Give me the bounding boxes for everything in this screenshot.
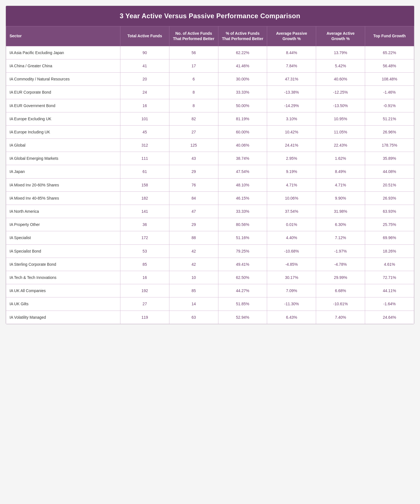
cell-sector: IA EUR Corporate Bond bbox=[6, 86, 120, 99]
cell-no-active-funds-better: 76 bbox=[169, 178, 218, 191]
cell-top-fund-growth: 18.26% bbox=[365, 244, 414, 258]
cell-sector: IA EUR Government Bond bbox=[6, 99, 120, 112]
cell-total-active-funds: 158 bbox=[120, 178, 169, 191]
cell-avg-passive-growth: -4.85% bbox=[267, 258, 316, 271]
col-header-pct-active-funds-better: % of Active Funds That Performed Better bbox=[218, 26, 267, 46]
cell-avg-passive-growth: 8.44% bbox=[267, 46, 316, 59]
cell-no-active-funds-better: 27 bbox=[169, 125, 218, 138]
cell-top-fund-growth: 35.89% bbox=[365, 152, 414, 165]
table-row: IA Global31212540.06%24.41%22.43%178.75% bbox=[6, 139, 414, 152]
table-title: 3 Year Active Versus Passive Performance… bbox=[6, 6, 414, 26]
cell-pct-active-funds-better: 52.94% bbox=[218, 311, 267, 324]
cell-top-fund-growth: -1.46% bbox=[365, 86, 414, 99]
table-row: IA Japan612947.54%9.19%8.49%44.08% bbox=[6, 165, 414, 178]
table-row: IA UK All Companies1928544.27%7.09%6.68%… bbox=[6, 284, 414, 297]
cell-sector: IA Tech & Tech Innovations bbox=[6, 271, 120, 284]
cell-pct-active-funds-better: 79.25% bbox=[218, 244, 267, 258]
table-row: IA Mixed Inv 40-85% Shares1828446.15%10.… bbox=[6, 191, 414, 205]
cell-sector: IA North America bbox=[6, 205, 120, 218]
cell-top-fund-growth: 63.93% bbox=[365, 205, 414, 218]
cell-total-active-funds: 85 bbox=[120, 258, 169, 271]
table-row: IA UK Gilts271451.85%-11.30%-10.61%-1.64… bbox=[6, 297, 414, 311]
cell-avg-active-growth: -1.97% bbox=[316, 244, 365, 258]
cell-top-fund-growth: 44.11% bbox=[365, 284, 414, 297]
cell-total-active-funds: 24 bbox=[120, 86, 169, 99]
cell-no-active-funds-better: 17 bbox=[169, 59, 218, 72]
cell-no-active-funds-better: 42 bbox=[169, 258, 218, 271]
cell-no-active-funds-better: 6 bbox=[169, 73, 218, 86]
cell-total-active-funds: 27 bbox=[120, 297, 169, 311]
cell-sector: IA UK Gilts bbox=[6, 297, 120, 311]
table-row: IA Asia Pacific Excluding Japan905662.22… bbox=[6, 46, 414, 59]
cell-avg-passive-growth: 7.84% bbox=[267, 59, 316, 72]
cell-top-fund-growth: 4.61% bbox=[365, 258, 414, 271]
cell-top-fund-growth: 72.71% bbox=[365, 271, 414, 284]
cell-no-active-funds-better: 14 bbox=[169, 297, 218, 311]
cell-avg-passive-growth: -13.38% bbox=[267, 86, 316, 99]
cell-no-active-funds-better: 8 bbox=[169, 99, 218, 112]
cell-no-active-funds-better: 43 bbox=[169, 152, 218, 165]
cell-pct-active-funds-better: 33.33% bbox=[218, 86, 267, 99]
cell-no-active-funds-better: 125 bbox=[169, 139, 218, 152]
cell-avg-active-growth: -10.61% bbox=[316, 297, 365, 311]
col-header-sector: Sector bbox=[6, 26, 120, 46]
cell-pct-active-funds-better: 30.00% bbox=[218, 73, 267, 86]
table-row: IA Mixed Inv 20-60% Shares1587648.10%4.7… bbox=[6, 178, 414, 191]
cell-avg-active-growth: 9.90% bbox=[316, 191, 365, 205]
comparison-table: Sector Total Active Funds No. of Active … bbox=[6, 26, 414, 324]
cell-avg-active-growth: 31.98% bbox=[316, 205, 365, 218]
cell-pct-active-funds-better: 40.06% bbox=[218, 139, 267, 152]
cell-top-fund-growth: 65.22% bbox=[365, 46, 414, 59]
cell-avg-passive-growth: 30.17% bbox=[267, 271, 316, 284]
cell-total-active-funds: 141 bbox=[120, 205, 169, 218]
cell-total-active-funds: 119 bbox=[120, 311, 169, 324]
cell-avg-active-growth: 8.49% bbox=[316, 165, 365, 178]
cell-top-fund-growth: 178.75% bbox=[365, 139, 414, 152]
cell-total-active-funds: 16 bbox=[120, 271, 169, 284]
cell-total-active-funds: 172 bbox=[120, 231, 169, 244]
cell-no-active-funds-better: 88 bbox=[169, 231, 218, 244]
table-header-row: Sector Total Active Funds No. of Active … bbox=[6, 26, 414, 46]
table-row: IA Global Emerging Markets1114338.74%2.9… bbox=[6, 152, 414, 165]
cell-avg-passive-growth: 24.41% bbox=[267, 139, 316, 152]
cell-avg-active-growth: 10.95% bbox=[316, 112, 365, 125]
cell-top-fund-growth: 51.21% bbox=[365, 112, 414, 125]
cell-avg-passive-growth: 7.09% bbox=[267, 284, 316, 297]
cell-avg-active-growth: 5.42% bbox=[316, 59, 365, 72]
cell-pct-active-funds-better: 51.85% bbox=[218, 297, 267, 311]
cell-avg-active-growth: 22.43% bbox=[316, 139, 365, 152]
table-row: IA Specialist1728851.16%4.40%7.12%69.96% bbox=[6, 231, 414, 244]
cell-total-active-funds: 192 bbox=[120, 284, 169, 297]
cell-no-active-funds-better: 56 bbox=[169, 46, 218, 59]
cell-top-fund-growth: 56.48% bbox=[365, 59, 414, 72]
cell-top-fund-growth: 69.96% bbox=[365, 231, 414, 244]
cell-sector: IA Global Emerging Markets bbox=[6, 152, 120, 165]
cell-total-active-funds: 101 bbox=[120, 112, 169, 125]
cell-top-fund-growth: -1.64% bbox=[365, 297, 414, 311]
cell-no-active-funds-better: 85 bbox=[169, 284, 218, 297]
table-body: IA Asia Pacific Excluding Japan905662.22… bbox=[6, 46, 414, 324]
cell-sector: IA Volatility Managed bbox=[6, 311, 120, 324]
cell-sector: IA Property Other bbox=[6, 218, 120, 231]
cell-no-active-funds-better: 8 bbox=[169, 86, 218, 99]
col-header-avg-active-growth: Average Active Growth % bbox=[316, 26, 365, 46]
cell-sector: IA China / Greater China bbox=[6, 59, 120, 72]
cell-no-active-funds-better: 82 bbox=[169, 112, 218, 125]
cell-top-fund-growth: 25.75% bbox=[365, 218, 414, 231]
cell-pct-active-funds-better: 48.10% bbox=[218, 178, 267, 191]
cell-avg-passive-growth: 2.95% bbox=[267, 152, 316, 165]
cell-avg-active-growth: -13.50% bbox=[316, 99, 365, 112]
cell-pct-active-funds-better: 80.56% bbox=[218, 218, 267, 231]
cell-total-active-funds: 41 bbox=[120, 59, 169, 72]
cell-pct-active-funds-better: 62.50% bbox=[218, 271, 267, 284]
table-row: IA Property Other362980.56%0.01%6.30%25.… bbox=[6, 218, 414, 231]
cell-avg-passive-growth: -10.68% bbox=[267, 244, 316, 258]
cell-sector: IA Sterling Corporate Bond bbox=[6, 258, 120, 271]
cell-no-active-funds-better: 42 bbox=[169, 244, 218, 258]
cell-pct-active-funds-better: 50.00% bbox=[218, 99, 267, 112]
cell-avg-passive-growth: 10.42% bbox=[267, 125, 316, 138]
cell-avg-active-growth: 29.99% bbox=[316, 271, 365, 284]
cell-top-fund-growth: 20.51% bbox=[365, 178, 414, 191]
cell-total-active-funds: 16 bbox=[120, 99, 169, 112]
cell-no-active-funds-better: 10 bbox=[169, 271, 218, 284]
